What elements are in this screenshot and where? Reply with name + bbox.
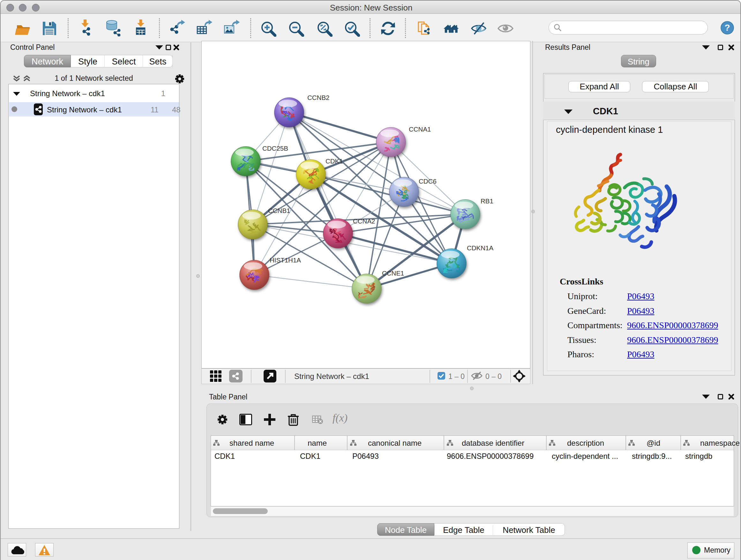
svg-text:HIST1H1A: HIST1H1A (270, 256, 301, 264)
svg-text:CDC25B: CDC25B (262, 145, 288, 152)
svg-text:?: ? (724, 23, 730, 33)
svg-text:RB1: RB1 (481, 197, 493, 205)
svg-text:CDKN1A: CDKN1A (467, 244, 493, 252)
svg-text:CCNE1: CCNE1 (382, 269, 404, 277)
svg-text:CCNA2: CCNA2 (353, 217, 375, 225)
svg-text:CCNA1: CCNA1 (409, 125, 431, 133)
svg-text:CDK1: CDK1 (326, 158, 343, 165)
svg-text:CDC6: CDC6 (419, 178, 436, 185)
svg-text:CCNB1: CCNB1 (268, 207, 290, 214)
svg-text:CCNB2: CCNB2 (307, 94, 330, 101)
